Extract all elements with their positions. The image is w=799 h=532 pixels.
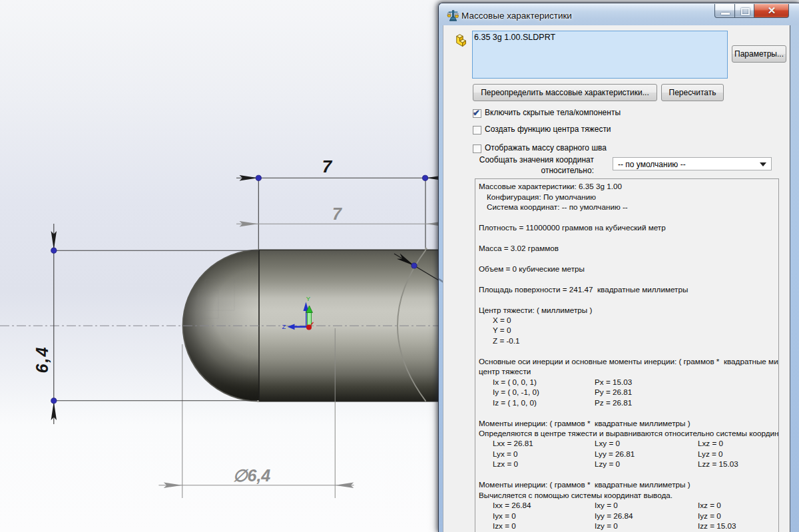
svg-text:7: 7 xyxy=(322,156,333,176)
svg-text:Y: Y xyxy=(306,295,311,302)
svg-text:∅6,4: ∅6,4 xyxy=(233,466,271,485)
svg-text:7: 7 xyxy=(332,204,342,223)
svg-text:Z: Z xyxy=(282,323,286,330)
svg-text:6,4: 6,4 xyxy=(33,346,51,374)
